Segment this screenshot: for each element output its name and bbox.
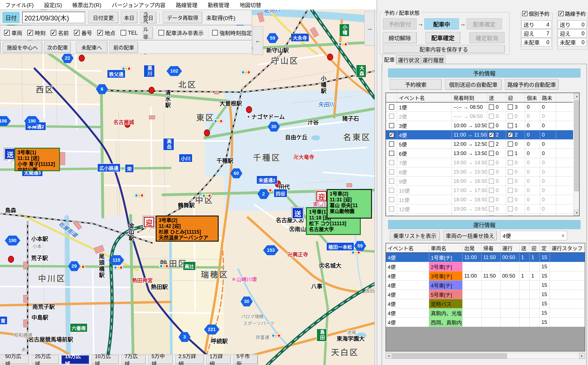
checkbox-icon[interactable] [508,197,513,202]
checkbox-icon[interactable]: ✓ [489,132,494,137]
checkbox-icon[interactable] [389,178,394,184]
meet-count-cell[interactable]: 0 [506,158,525,167]
operation-row[interactable]: 4便西岡、真駒内...15 [386,318,585,327]
zoom-level-10万広域[interactable]: 10万広域 [92,355,119,364]
save-dispatch-button[interactable]: 配車内容を保存する [383,45,505,53]
send-count-cell[interactable]: 0 [487,103,506,112]
operation-row[interactable]: 4便4号車[チ]15 [386,281,585,290]
checkbox-icon[interactable] [489,123,494,128]
force-time-checkbox[interactable]: 強制時刻指定 [212,29,252,37]
operation-row[interactable]: 4便3号車[チ]11:0011:5000:501115 [386,271,585,281]
checkbox-icon[interactable] [508,216,513,216]
reservation-row[interactable]: 9便16:00 → 16:500000 [386,176,573,186]
nav-button-3[interactable]: 次の配車 [44,42,71,53]
reservation-row[interactable]: ✓4便11:00 → 11:50✓2✓200 [386,130,573,140]
row-select-cell[interactable]: ✓ [386,130,397,139]
row-select-cell[interactable] [386,158,397,167]
send-count-cell[interactable]: 0 [487,214,506,216]
operation-row[interactable]: 4便1号車[チ]11:0011:5000:501115 [386,253,585,262]
checkbox-icon[interactable] [389,105,394,110]
row-select-cell[interactable] [386,204,397,213]
checkbox-icon[interactable] [389,151,394,156]
row-select-cell[interactable] [386,149,397,158]
checkbox-icon[interactable]: ✓ [522,11,527,16]
checkbox-icon[interactable] [508,178,513,184]
checkbox-icon[interactable] [508,206,513,211]
menu-item[interactable]: バージョンアップ内容 [107,0,171,9]
reservation-row[interactable]: 12便19:00 → 19:500000 [386,204,573,214]
reservation-row[interactable]: 3便10:00 → 10:500100 [386,121,573,130]
send-marker-icon[interactable]: 送 [292,207,304,222]
send-count-cell[interactable]: 0 [487,167,506,176]
reservation-scrollbar[interactable]: ▲ ▼ [573,93,580,216]
zoom-level-7万広域[interactable]: 7万広域 [121,355,146,364]
reservation-row[interactable]: 10便17:00 → 17:500000 [386,186,573,195]
send-count-cell[interactable]: 0 [487,186,506,195]
operation-row[interactable]: 4便真駒内、光塩...15 [386,308,585,318]
send-count-cell[interactable]: 0 [487,149,506,158]
checkbox-icon[interactable] [389,141,394,147]
date-input[interactable] [22,12,85,23]
scroll-down-icon[interactable]: ▼ [574,210,580,216]
checkbox-icon[interactable] [389,216,394,216]
checkbox-icon[interactable]: ✓ [97,30,103,35]
checkbox-icon[interactable] [489,151,494,156]
event-dropdown[interactable]: 4便 ∨ [500,231,567,240]
operation-hscrollbar[interactable]: ◄ ► [385,353,585,359]
zoom-level-25万広域[interactable]: 25万広域 [32,355,59,364]
checkbox-icon[interactable] [389,123,394,128]
row-select-cell[interactable] [386,186,397,195]
meet-count-cell[interactable]: 0 [506,176,525,186]
menu-item[interactable]: 路線管理 [171,0,203,9]
checkbox-icon[interactable] [489,169,494,175]
checkbox-icon[interactable]: ✓ [4,30,10,35]
meet-count-cell[interactable]: 3 [506,103,525,112]
today-button[interactable]: 本日 [121,12,137,23]
filter-checkbox-地点[interactable]: ✓地点 [97,29,115,37]
send-count-cell[interactable]: 0 [487,112,506,121]
zoom-level-5千市街[interactable]: 5千市街 [233,355,258,364]
send-count-cell[interactable]: 0 [487,121,506,130]
filter-checkbox-番号[interactable]: ✓番号 [74,29,92,37]
checkbox-icon[interactable] [508,114,513,119]
meet-count-cell[interactable]: 0 [506,186,525,195]
meet-count-cell[interactable]: 0 [506,140,525,149]
filter-checkbox-時刻[interactable]: ✓時刻 [27,29,45,37]
zoom-level-50万広域[interactable]: 50万広域 [2,355,29,364]
checkbox-icon[interactable] [489,114,494,119]
meet-count-cell[interactable]: 1 [506,149,525,158]
flow-step-予約受付[interactable]: 予約受付 [383,18,417,29]
scrollbar-thumb[interactable] [392,353,507,358]
flow-step-配車確定[interactable]: 配車確定 [467,18,502,29]
scroll-up-icon[interactable]: ▲ [574,93,580,99]
hide-dispatched-checkbox[interactable]: 配車済み非表示 [159,29,203,37]
reservation-button-2[interactable]: 個別送迎の自動配車 [445,79,501,90]
flow-step-配車中[interactable]: 配車中 [424,18,459,29]
send-count-cell[interactable]: 0 [487,195,506,204]
filter-checkbox-車両[interactable]: ✓車両 [4,29,22,37]
checkbox-icon[interactable] [389,114,394,119]
row-select-cell[interactable] [386,195,397,204]
reservation-row[interactable]: 8便15:00 → 15:500000 [386,167,573,176]
checkbox-icon[interactable] [489,141,494,147]
menu-item[interactable]: 地図切替 [235,0,267,9]
reservation-button-3[interactable]: 路線予約の自動配車 [505,79,559,90]
checkbox-icon[interactable]: ✓ [27,30,33,35]
map-pan-left-button[interactable]: ← [253,27,263,55]
checkbox-icon[interactable] [389,188,394,193]
meet-count-cell[interactable]: 1 [506,121,525,130]
checkbox-icon[interactable] [489,105,494,110]
operation-row[interactable]: 4便定時バス15 [386,299,585,308]
reservation-row[interactable]: 1便--:-- → 08:500300 [386,103,573,112]
zoom-level-5万中域[interactable]: 5万中域 [148,355,173,364]
row-select-cell[interactable] [386,103,397,112]
checkbox-icon[interactable] [489,188,494,193]
checkbox-icon[interactable] [508,160,513,165]
row-select-cell[interactable] [386,214,397,216]
checkbox-icon[interactable]: ✓ [559,11,564,16]
checkbox-icon[interactable] [508,169,513,175]
send-count-cell[interactable]: 0 [487,204,506,213]
menu-item[interactable]: 勤務管理 [203,0,235,9]
menu-item[interactable]: 設定(S) [39,0,67,9]
send-count-cell[interactable]: 0 [487,176,506,186]
